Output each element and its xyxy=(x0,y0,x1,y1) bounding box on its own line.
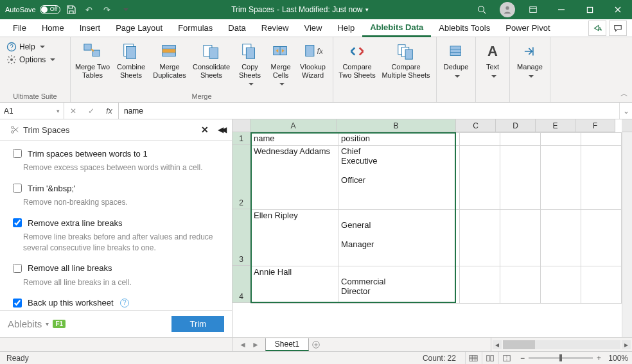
cell-B2[interactable]: Chief Executive Officer xyxy=(338,146,460,210)
undo-icon[interactable]: ↶ xyxy=(82,3,96,17)
ablebits-brand[interactable]: Ablebits xyxy=(8,318,42,329)
opt-remove-extra-linebreaks-checkbox[interactable] xyxy=(13,218,22,227)
qat-customize-icon[interactable] xyxy=(118,3,132,17)
cell-C1[interactable] xyxy=(460,133,500,146)
collapse-pane-icon[interactable]: ◀◀ xyxy=(215,125,227,134)
zoom-in-icon[interactable]: + xyxy=(597,354,601,363)
cell-E1[interactable] xyxy=(540,133,581,146)
chevron-down-icon[interactable]: ▾ xyxy=(365,6,369,13)
chevron-down-icon[interactable]: ▾ xyxy=(46,320,49,327)
share-button[interactable] xyxy=(588,21,606,36)
minimize-button[interactable] xyxy=(547,0,575,19)
view-page-break-icon[interactable] xyxy=(498,352,515,365)
save-icon[interactable] xyxy=(64,3,78,17)
row-header-1[interactable]: 1 xyxy=(233,132,250,145)
tab-ablebits-data[interactable]: Ablebits Data xyxy=(362,19,431,37)
row-header-4[interactable]: 4 xyxy=(233,266,250,303)
formula-input[interactable]: name xyxy=(119,103,619,119)
cancel-formula-icon[interactable]: ✕ xyxy=(64,107,82,116)
cell-C4[interactable] xyxy=(460,266,500,304)
cell-E3[interactable] xyxy=(540,210,581,266)
collapse-ribbon-icon[interactable]: ︿ xyxy=(620,89,628,100)
combine-sheets-button[interactable]: Combine Sheets xyxy=(112,39,150,79)
zoom-percent[interactable]: 100% xyxy=(606,354,632,363)
consolidate-sheets-button[interactable]: Consolidate Sheets xyxy=(189,39,234,79)
opt-trim-nbsp-checkbox[interactable] xyxy=(13,184,22,193)
tab-page-layout[interactable]: Page Layout xyxy=(108,19,170,37)
tab-ablebits-tools[interactable]: Ablebits Tools xyxy=(431,19,498,37)
cell-A3[interactable]: Ellen Ripley xyxy=(251,210,338,266)
tab-help[interactable]: Help xyxy=(329,19,362,37)
add-sheet-button[interactable] xyxy=(309,338,323,351)
row-header-3[interactable]: 3 xyxy=(233,209,250,266)
merge-two-tables-button[interactable]: Merge Two Tables xyxy=(73,39,112,79)
cell-A2[interactable]: Wednesday Addams xyxy=(251,146,338,210)
cell-D4[interactable] xyxy=(500,266,541,304)
close-button[interactable] xyxy=(604,0,632,19)
compare-two-sheets-button[interactable]: Compare Two Sheets xyxy=(336,39,378,79)
sheet-nav-next-icon[interactable]: ► xyxy=(250,340,261,349)
cell-D3[interactable] xyxy=(500,210,541,266)
sheet-tab-sheet1[interactable]: Sheet1 xyxy=(265,338,309,351)
cell-D1[interactable] xyxy=(500,133,541,146)
column-header-C[interactable]: C xyxy=(456,119,496,132)
cell-F1[interactable] xyxy=(581,133,621,146)
tab-power-pivot[interactable]: Power Pivot xyxy=(498,19,557,37)
close-pane-icon[interactable]: ✕ xyxy=(198,125,211,135)
cell-D2[interactable] xyxy=(500,146,541,210)
tab-formulas[interactable]: Formulas xyxy=(170,19,220,37)
vlookup-wizard-button[interactable]: fxVlookup Wizard xyxy=(295,39,330,79)
cell-F4[interactable] xyxy=(581,266,621,304)
column-header-B[interactable]: B xyxy=(337,119,456,132)
opt-trim-between-words-checkbox[interactable] xyxy=(13,149,22,158)
cell-C2[interactable] xyxy=(460,146,500,210)
cell-E4[interactable] xyxy=(540,266,581,304)
column-header-F[interactable]: F xyxy=(575,119,615,132)
opt-backup-checkbox[interactable] xyxy=(13,299,22,308)
f1-badge[interactable]: F1 xyxy=(53,320,66,328)
cell-E2[interactable] xyxy=(540,146,581,210)
autosave-toggle[interactable]: Off xyxy=(40,5,60,14)
cell-B3[interactable]: General Manager xyxy=(338,210,460,266)
opt-remove-all-linebreaks-checkbox[interactable] xyxy=(13,264,22,273)
manage-button[interactable]: Manage xyxy=(513,39,547,80)
cell-C3[interactable] xyxy=(460,210,500,266)
options-button[interactable]: Options xyxy=(5,54,57,65)
select-all-corner[interactable] xyxy=(233,119,250,132)
zoom-control[interactable]: − + xyxy=(515,354,606,363)
tab-view[interactable]: View xyxy=(296,19,329,37)
spreadsheet-grid[interactable]: ABCDEF 1234 namepositionWednesday Addams… xyxy=(233,119,632,337)
cell-B1[interactable]: position xyxy=(338,133,460,146)
sheet-nav-prev-icon[interactable]: ◄ xyxy=(237,340,249,349)
name-box[interactable]: A1▾ xyxy=(0,103,64,119)
column-header-E[interactable]: E xyxy=(536,119,575,132)
account-avatar[interactable] xyxy=(500,2,515,17)
column-header-A[interactable]: A xyxy=(250,119,337,132)
trim-button[interactable]: Trim xyxy=(171,316,224,332)
horizontal-scrollbar[interactable]: ◂ ▸ xyxy=(491,338,632,351)
cell-F3[interactable] xyxy=(581,210,621,266)
ribbon-display-icon[interactable] xyxy=(519,0,547,19)
merge-duplicates-button[interactable]: Merge Duplicates xyxy=(150,39,189,79)
vertical-scrollbar[interactable] xyxy=(622,132,632,337)
merge-cells-button[interactable]: Merge Cells xyxy=(266,39,295,89)
cell-F2[interactable] xyxy=(581,146,621,210)
row-header-2[interactable]: 2 xyxy=(233,145,250,209)
dedupe-button[interactable]: Dedupe xyxy=(439,39,473,80)
help-button[interactable]: ?Help xyxy=(5,41,57,53)
expand-formula-bar-icon[interactable]: ⌄ xyxy=(619,103,632,119)
tab-home[interactable]: Home xyxy=(34,19,72,37)
zoom-out-icon[interactable]: − xyxy=(520,354,525,363)
comments-button[interactable] xyxy=(609,21,627,36)
fx-icon[interactable]: fx xyxy=(100,107,118,116)
copy-sheets-button[interactable]: Copy Sheets xyxy=(234,39,266,89)
tab-file[interactable]: File xyxy=(5,19,34,37)
tab-review[interactable]: Review xyxy=(254,19,297,37)
zoom-slider[interactable] xyxy=(529,357,593,359)
text-button[interactable]: AText xyxy=(478,39,507,80)
column-header-D[interactable]: D xyxy=(496,119,536,132)
maximize-button[interactable] xyxy=(575,0,604,19)
cell-A4[interactable]: Annie Hall xyxy=(251,266,338,304)
cell-B4[interactable]: Commercial Director xyxy=(338,266,460,304)
help-icon[interactable]: ? xyxy=(120,299,129,308)
